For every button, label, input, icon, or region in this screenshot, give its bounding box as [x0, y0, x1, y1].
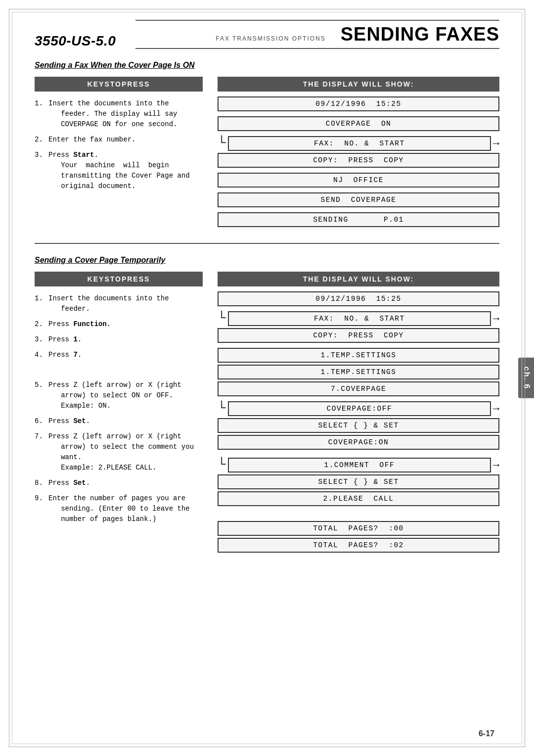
s2-lcd-totalpages-group: TOTAL PAGES? :00 TOTAL PAGES? :02 — [218, 521, 499, 553]
header-subtitle: FAX TRANSMISSION OPTIONS — [216, 35, 325, 42]
step-2-9: 9. Enter the number of pages you are sen… — [35, 493, 203, 524]
step-2-1: 1. Insert the documents into the feeder. — [35, 293, 203, 314]
section1-left: KEYSTOPRESS 1. Insert the documents into… — [35, 77, 203, 232]
step-1-1: 1. Insert the documents into the feeder.… — [35, 98, 203, 130]
s2-lcd-temp: 1.TEMP.SETTINGS 1.TEMP.SETTINGS 7.COVERP… — [218, 348, 499, 396]
step-2-6: 6. Press Set. — [35, 416, 203, 426]
lcd-coverpage-off: COVERPAGE:OFF — [228, 401, 491, 416]
right-arrow-3: → — [493, 403, 499, 415]
section1-display-group6: SENDING P.01 — [218, 212, 499, 227]
lcd-sending-p01: SENDING P.01 — [218, 212, 499, 227]
section2-steps: 1. Insert the documents into the feeder.… — [35, 293, 203, 524]
lcd-select-set-2: SELECT { } & SET — [218, 474, 499, 489]
lcd-fax-start-1: FAX: NO. & START — [228, 136, 491, 151]
lcd-send-coverpage: SEND COVERPAGE — [218, 192, 499, 207]
chapter-tab: ch. 6 — [518, 358, 534, 398]
section1-display-group3: └ FAX: NO. & START → COPY: PRESS COPY — [218, 136, 499, 168]
lcd-copy-press-2: COPY: PRESS COPY — [218, 328, 499, 343]
left-bracket-1: └ — [218, 137, 226, 150]
step-2-3: 3. Press 1. — [35, 334, 203, 345]
section2-two-col: KEYSTOPRESS 1. Insert the documents into… — [35, 272, 499, 558]
header-main-title: SENDING FAXES — [341, 24, 499, 45]
left-bracket-2: └ — [218, 312, 226, 326]
step-2-5: 5. Press Z (left arrow) or X (right arro… — [35, 380, 203, 411]
lcd-1-temp-2: 1.TEMP.SETTINGS — [218, 365, 499, 379]
right-arrow-2: → — [493, 313, 499, 325]
section2-right: THE DISPLAY WILL SHOW: 09/12/1996 15:25 … — [218, 272, 499, 558]
doc-id: 3550-US-5.0 — [35, 33, 116, 49]
section1-right: THE DISPLAY WILL SHOW: 09/12/1996 15:25 … — [218, 77, 499, 232]
step-2-7: 7. Press Z (left arrow) or X (right arro… — [35, 431, 203, 473]
s2-lcd-coverpage-off-group: └ COVERPAGE:OFF → SELECT { } & SET COVER… — [218, 401, 499, 450]
section2-left: KEYSTOPRESS 1. Insert the documents into… — [35, 272, 203, 558]
section1: Sending a Fax When the Cover Page Is ON … — [35, 61, 499, 232]
step-1-3: 3. Press Start. Your machine will begin … — [35, 150, 203, 191]
section1-display-group2: COVERPAGE ON — [218, 116, 499, 131]
section1-title: Sending a Fax When the Cover Page Is ON — [35, 61, 499, 70]
s2-lcd-fax-group: └ FAX: NO. & START → COPY: PRESS COPY — [218, 311, 499, 343]
left-bracket-4: └ — [218, 458, 226, 472]
left-bracket-3: └ — [218, 402, 226, 416]
lcd-nj-office: NJ OFFICE — [218, 173, 499, 188]
page-number: 6-17 — [479, 729, 494, 738]
step-2-4: 4. Press 7. — [35, 350, 203, 360]
section2: Sending a Cover Page Temporarily KEYSTOP… — [35, 256, 499, 558]
s2-lcd-datetime: 09/12/1996 15:25 — [218, 291, 499, 306]
lcd-datetime-2: 09/12/1996 15:25 — [218, 291, 499, 306]
page-header: 3550-US-5.0 FAX TRANSMISSION OPTIONS SEN… — [35, 20, 499, 49]
lcd-2-please-call: 2.PLEASE CALL — [218, 491, 499, 506]
section2-display-header: THE DISPLAY WILL SHOW: — [218, 272, 499, 286]
lcd-datetime-1: 09/12/1996 15:25 — [218, 96, 499, 111]
section2-title: Sending a Cover Page Temporarily — [35, 256, 499, 265]
lcd-total-pages-00: TOTAL PAGES? :00 — [218, 521, 499, 536]
right-arrow-4: → — [493, 459, 499, 472]
section1-display-group4: NJ OFFICE — [218, 173, 499, 188]
step-1-2: 2. Enter the fax number. — [35, 135, 203, 145]
lcd-7-coverpage: 7.COVERPAGE — [218, 381, 499, 396]
section1-two-col: KEYSTOPRESS 1. Insert the documents into… — [35, 77, 499, 232]
lcd-coverpage-on: COVERPAGE ON — [218, 116, 499, 131]
section1-keys-header: KEYSTOPRESS — [35, 77, 203, 92]
step-2-2: 2. Press Function. — [35, 319, 203, 330]
section1-display-header: THE DISPLAY WILL SHOW: — [218, 77, 499, 92]
lcd-coverpage-on: COVERPAGE:ON — [218, 435, 499, 450]
section1-steps: 1. Insert the documents into the feeder.… — [35, 98, 203, 191]
lcd-copy-press-1: COPY: PRESS COPY — [218, 153, 499, 168]
lcd-1-comment-off: 1.COMMENT OFF — [228, 458, 491, 472]
lcd-1-temp-1: 1.TEMP.SETTINGS — [218, 348, 499, 363]
header-right: FAX TRANSMISSION OPTIONS SENDING FAXES — [135, 20, 499, 49]
step-2-8: 8. Press Set. — [35, 478, 203, 488]
s2-lcd-comment-group: └ 1.COMMENT OFF → SELECT { } & SET 2.PLE… — [218, 458, 499, 506]
section-divider — [35, 243, 499, 244]
section2-keys-header: KEYSTOPRESS — [35, 272, 203, 286]
section1-display-group5: SEND COVERPAGE — [218, 192, 499, 207]
lcd-select-set-1: SELECT { } & SET — [218, 418, 499, 433]
right-arrow-1: → — [493, 138, 499, 150]
section1-display-group1: 09/12/1996 15:25 — [218, 96, 499, 111]
lcd-fax-start-2: FAX: NO. & START — [228, 311, 491, 326]
lcd-total-pages-02: TOTAL PAGES? :02 — [218, 538, 499, 553]
